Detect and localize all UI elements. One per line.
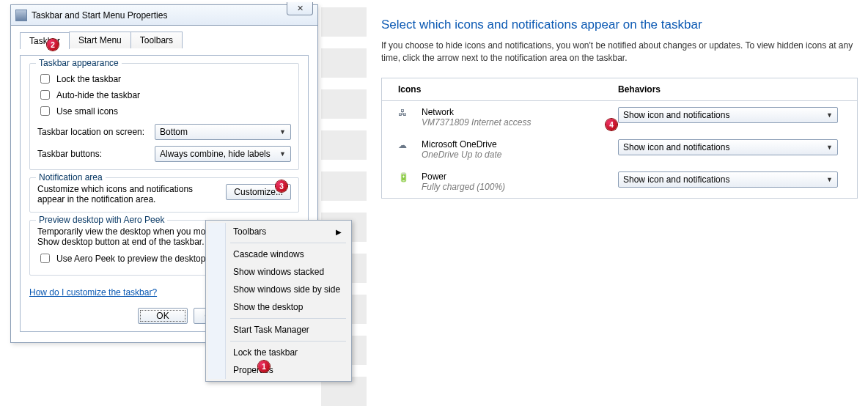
legend-notification: Notification area bbox=[36, 172, 106, 182]
table-row: 🖧 Network VM7371809 Internet access Show… bbox=[382, 101, 857, 133]
step-badge-1: 1 bbox=[258, 361, 270, 372]
chk-aero-input[interactable] bbox=[40, 254, 50, 263]
chk-autohide[interactable]: Auto-hide the taskbar bbox=[37, 88, 291, 102]
chevron-down-icon: ▼ bbox=[826, 176, 833, 183]
menu-properties[interactable]: Properties bbox=[208, 361, 349, 379]
chk-small-icons[interactable]: Use small icons bbox=[37, 104, 291, 118]
row-name: Network bbox=[422, 107, 531, 117]
help-link[interactable]: How do I customize the taskbar? bbox=[29, 287, 157, 298]
menu-show-desktop-label: Show the desktop bbox=[233, 302, 303, 312]
chk-autohide-input[interactable] bbox=[40, 90, 50, 100]
chk-small-input[interactable] bbox=[40, 106, 50, 116]
combo-location[interactable]: Bottom▼ bbox=[155, 124, 291, 140]
combo-behavior-power[interactable]: Show icon and notifications▼ bbox=[618, 171, 838, 188]
menu-separator bbox=[230, 318, 346, 319]
combo-value: Show icon and notifications bbox=[623, 110, 729, 120]
row-name: Microsoft OneDrive bbox=[422, 139, 501, 150]
menu-separator bbox=[230, 341, 346, 342]
titlebar[interactable]: Taskbar and Start Menu Properties ✕ bbox=[11, 5, 317, 26]
tab-strip: Taskbar Start Menu Toolbars bbox=[20, 32, 309, 48]
menu-toolbars-label: Toolbars bbox=[233, 226, 266, 237]
chevron-down-icon: ▼ bbox=[279, 128, 286, 136]
label-location: Taskbar location on screen: bbox=[37, 127, 155, 137]
combo-buttons[interactable]: Always combine, hide labels▼ bbox=[155, 146, 291, 162]
combo-value: Show icon and notifications bbox=[623, 174, 729, 185]
menu-lock-taskbar[interactable]: Lock the taskbar bbox=[208, 344, 349, 361]
chk-small-label: Use small icons bbox=[56, 106, 118, 117]
legend-appearance: Taskbar appearance bbox=[36, 58, 122, 68]
combo-location-value: Bottom bbox=[160, 127, 188, 137]
chk-lock-input[interactable] bbox=[40, 74, 50, 84]
menu-stacked[interactable]: Show windows stacked bbox=[208, 263, 349, 281]
combo-value: Show icon and notifications bbox=[623, 142, 729, 152]
tab-start-menu[interactable]: Start Menu bbox=[69, 32, 131, 48]
menu-separator bbox=[230, 243, 346, 243]
panel-heading: Select which icons and notifications app… bbox=[381, 18, 858, 32]
table-header: Icons Behaviors bbox=[382, 78, 857, 101]
menu-task-manager[interactable]: Start Task Manager bbox=[208, 321, 349, 339]
menu-sidebyside-label: Show windows side by side bbox=[233, 284, 340, 295]
chk-lock-label: Lock the taskbar bbox=[56, 74, 121, 84]
step-badge-3: 3 bbox=[276, 180, 287, 192]
icons-table: Icons Behaviors 🖧 Network VM7371809 Inte… bbox=[381, 78, 858, 199]
submenu-arrow-icon: ▶ bbox=[336, 228, 342, 236]
menu-cascade-label: Cascade windows bbox=[233, 249, 304, 259]
combo-buttons-value: Always combine, hide labels bbox=[160, 149, 271, 159]
panel-subtext: If you choose to hide icons and notifica… bbox=[381, 40, 858, 64]
notification-desc: Customize which icons and notifications … bbox=[37, 184, 218, 204]
chk-autohide-label: Auto-hide the taskbar bbox=[56, 90, 140, 100]
group-appearance: Taskbar appearance Lock the taskbar Auto… bbox=[29, 63, 299, 170]
menu-task-manager-label: Start Task Manager bbox=[233, 325, 309, 335]
chevron-down-icon: ▼ bbox=[826, 144, 833, 151]
tab-toolbars[interactable]: Toolbars bbox=[130, 32, 183, 48]
row-name: Power bbox=[422, 171, 505, 182]
table-row: ☁ Microsoft OneDrive OneDrive Up to date… bbox=[382, 133, 857, 166]
cloud-icon: ☁ bbox=[398, 139, 413, 151]
label-buttons: Taskbar buttons: bbox=[37, 149, 155, 159]
menu-stacked-label: Show windows stacked bbox=[233, 267, 324, 277]
chk-aero-label: Use Aero Peek to preview the desktop bbox=[56, 254, 205, 264]
col-header-icons: Icons bbox=[398, 84, 618, 95]
app-icon bbox=[15, 10, 27, 21]
window-title: Taskbar and Start Menu Properties bbox=[32, 10, 313, 21]
step-badge-4: 4 bbox=[606, 119, 617, 130]
menu-lock-label: Lock the taskbar bbox=[233, 347, 298, 358]
combo-behavior-onedrive[interactable]: Show icon and notifications▼ bbox=[618, 139, 838, 155]
close-button[interactable]: ✕ bbox=[287, 2, 313, 15]
chk-lock-taskbar[interactable]: Lock the taskbar bbox=[37, 72, 291, 86]
row-subtitle: Fully charged (100%) bbox=[422, 182, 505, 192]
network-icon: 🖧 bbox=[398, 107, 413, 119]
taskbar-context-menu: Toolbars▶ Cascade windows Show windows s… bbox=[205, 220, 352, 382]
row-subtitle: VM7371809 Internet access bbox=[422, 117, 531, 128]
menu-show-desktop[interactable]: Show the desktop bbox=[208, 298, 349, 316]
combo-behavior-network[interactable]: Show icon and notifications▼ bbox=[618, 107, 838, 123]
chevron-down-icon: ▼ bbox=[826, 111, 833, 119]
ok-button[interactable]: OK bbox=[138, 308, 188, 324]
close-icon: ✕ bbox=[297, 4, 304, 13]
legend-aero: Preview desktop with Aero Peek bbox=[36, 215, 167, 225]
row-subtitle: OneDrive Up to date bbox=[422, 150, 501, 160]
battery-icon: 🔋 bbox=[398, 171, 413, 183]
menu-toolbars[interactable]: Toolbars▶ bbox=[208, 223, 349, 240]
chevron-down-icon: ▼ bbox=[279, 150, 286, 158]
col-header-behaviors: Behaviors bbox=[618, 84, 841, 95]
menu-sidebyside[interactable]: Show windows side by side bbox=[208, 281, 349, 298]
step-badge-2: 2 bbox=[47, 39, 59, 51]
group-notification-area: Notification area Customize which icons … bbox=[29, 177, 299, 213]
menu-cascade[interactable]: Cascade windows bbox=[208, 246, 349, 263]
table-row: 🔋 Power Fully charged (100%) Show icon a… bbox=[382, 166, 857, 198]
notification-icons-panel: Select which icons and notifications app… bbox=[381, 18, 858, 199]
tab-taskbar[interactable]: Taskbar bbox=[20, 32, 70, 49]
